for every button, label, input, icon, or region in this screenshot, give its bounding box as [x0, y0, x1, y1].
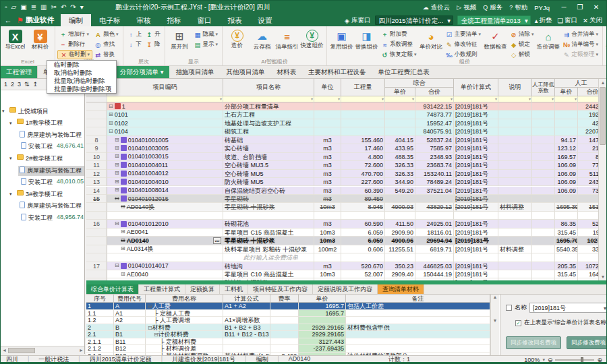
minimize-button[interactable]: ─: [556, 1, 571, 13]
filter-cell[interactable]: ▾: [223, 96, 314, 102]
tree-node[interactable]: ▾2#教学楼工程: [1, 153, 64, 164]
expander-icon[interactable]: ⊞: [115, 144, 119, 152]
tab-措施项目清单[interactable]: 措施项目清单: [169, 66, 220, 78]
table-row[interactable]: ⊞AD0140换零星砌砖 十混砂浆10m38.9454900.9343829.1…: [86, 203, 606, 211]
menu-tab-电子标[interactable]: 电子标: [91, 14, 129, 26]
expander-icon[interactable]: ⊞: [121, 245, 125, 253]
bottom-tab-查询清单材料[interactable]: 查询清单材料: [378, 284, 424, 294]
expander-icon[interactable]: ⊞: [115, 136, 119, 144]
titlebar-help[interactable]: ?帮助: [509, 3, 527, 12]
cut-icon[interactable]: ✂: [51, 1, 57, 13]
ribbon-button-小数规则[interactable]: ‰小数规则: [444, 50, 484, 59]
ribbon-button-颜色[interactable]: A颜色▾: [92, 30, 121, 39]
tree-node[interactable]: 安装工程48,956.74: [1, 212, 85, 223]
filter-cell[interactable]: ▾: [498, 96, 532, 102]
titlebar-video[interactable]: ▷视频: [457, 3, 476, 12]
tree-expander-icon[interactable]: ▾: [9, 191, 14, 197]
scroll-thumb[interactable]: [600, 87, 606, 145]
filter-cell[interactable]: ▾: [385, 96, 415, 102]
table-row[interactable]: ⊞0101土石方工程74873.77[2019]181号19240: [86, 111, 606, 119]
ribbon-button-替换组价[interactable]: ◨替换组价: [354, 28, 379, 50]
ribbon-button-查找[interactable]: ◎查找: [92, 40, 121, 49]
menu-tab-指标[interactable]: 指标: [158, 14, 189, 26]
ribbon-button-材料价[interactable]: ¥材料价: [28, 28, 53, 50]
sync-fee-name-button[interactable]: 同步修改费项名: [567, 336, 606, 349]
ribbon-button-替换[interactable]: ⇄替换: [92, 50, 121, 59]
table-row[interactable]: 13⊞010401004010防火砖墙 MU5m3227.600344.9078…: [86, 178, 606, 186]
scroll-right-icon[interactable]: ►: [79, 348, 84, 353]
menu-tab-窗口[interactable]: 窗口: [189, 14, 219, 26]
ribbon-button-数据整理[interactable]: ▦数据整理: [605, 28, 606, 50]
print-icon[interactable]: ≣: [31, 1, 36, 13]
ribbon-button-解锁[interactable]: ◇解锁: [508, 50, 536, 59]
table-row[interactable]: 16⊟010401012010砖砌花池m360.590411.5024925.0…: [86, 220, 606, 228]
ribbon-button-单价对比[interactable]: ◕单价对比: [419, 28, 444, 50]
ribbon-button-合并清单[interactable]: ⇉合并清单▾: [561, 30, 601, 39]
tree-horizontal-scrollbar[interactable]: ◄►: [1, 346, 85, 354]
tree-node[interactable]: 房屋建筑与装饰工程2,...: [1, 201, 85, 212]
ribbon-button-快速组价[interactable]: ¥快速组价: [299, 28, 324, 49]
table-row[interactable]: 11⊞010401004011空心砖墙 MU3.5m372.600326.332…: [86, 161, 606, 169]
bottom-tab-项目特征及工作内容[interactable]: 项目特征及工作内容: [248, 284, 313, 294]
menu-item-批量取消临时删除[interactable]: 批量取消临时删除: [47, 77, 116, 85]
bottom-tab-工程量计算式[interactable]: 工程量计算式: [139, 284, 185, 294]
tree-expander-icon[interactable]: ▾: [9, 156, 14, 161]
ribbon-button-数据检查[interactable]: ✓数据检查: [483, 28, 508, 50]
menu-tab-设置[interactable]: 设置: [250, 14, 280, 26]
filter-cell[interactable]: ▾: [341, 96, 385, 102]
table-row[interactable]: ⊟0104砌筑工程840575.91[2019]181号220704: [86, 127, 606, 135]
expander-icon[interactable]: ⊞: [115, 170, 119, 178]
expander-icon[interactable]: ⊞: [115, 161, 119, 169]
table-row[interactable]: [86, 212, 606, 220]
sync-same-name-button[interactable]: 同步修改同名费项: [506, 336, 561, 349]
tab-其他项目清单[interactable]: 其他项目清单: [220, 66, 270, 78]
tab-材料表[interactable]: 材料表: [270, 66, 302, 78]
ribbon-button-上[interactable]: ↑上: [125, 30, 144, 39]
menu-tab-编制[interactable]: 编制: [61, 14, 91, 26]
tree-toolbar-button-2[interactable]: 2: [11, 81, 14, 88]
table-row[interactable]: 8⊞010401001005砖基础m3155.460404.1552837.24…: [86, 136, 606, 144]
expander-icon[interactable]: ⊞: [115, 153, 119, 161]
open-file-icon[interactable]: ▱: [11, 1, 17, 13]
titlebar-cost-cloud[interactable]: ☁造价云: [423, 3, 451, 12]
table-row[interactable]: 15⊟010401012015零星砌砖m389.450[2019]181号: [86, 195, 606, 203]
filter-cell[interactable]: ▾: [532, 96, 555, 102]
close-button[interactable]: ✕: [589, 1, 604, 13]
ribbon-button-显示[interactable]: ▤显示▾: [192, 40, 221, 49]
filter-cell[interactable]: ▾: [107, 96, 223, 102]
table-row[interactable]: 10⊞010401003015坡道、台阶挡墙m34.800488.352348.…: [86, 153, 606, 161]
scroll-up-icon[interactable]: ▲: [599, 79, 607, 86]
table-row[interactable]: ⊟1分部分项工程量清单931422.15[2019]181号244253: [86, 102, 606, 111]
table-row[interactable]: 此行输入运杂费清单: [86, 253, 606, 262]
table-row[interactable]: 14⊞010401008014自保温烧结页岩空心砖m360.390549.203…: [86, 187, 606, 195]
ribbon-button-展开到[interactable]: ⊞展开到: [167, 28, 192, 50]
tree-node[interactable]: ▾1#教学楼工程: [1, 118, 64, 129]
scroll-down-icon[interactable]: ▼: [599, 273, 607, 280]
tree-node[interactable]: ▾上悦城项目: [1, 106, 50, 117]
bottom-tab-定额换算[interactable]: 定额换算: [185, 284, 220, 294]
tree-node[interactable]: 房屋建筑与装饰工程2,...: [1, 129, 85, 140]
ribbon-button-复用组价[interactable]: ▣复用组价: [329, 28, 354, 50]
expander-icon[interactable]: ⊞: [109, 119, 113, 127]
ribbon-button-清单指引[interactable]: ≡清单指引: [274, 28, 299, 50]
filter-cell[interactable]: [86, 96, 107, 102]
ribbon-button-附加费[interactable]: +附加费: [379, 30, 419, 39]
ribbon-button-清单编号[interactable]: №清单编号▾: [561, 40, 601, 49]
menu-tab-报表[interactable]: 报表: [219, 14, 250, 26]
ribbon-button-临时删[interactable]: ✕临时删▾: [57, 50, 92, 59]
expander-icon[interactable]: ⊟: [109, 127, 113, 135]
bottom-tab-定额说明及工作内容[interactable]: 定额说明及工作内容: [313, 284, 378, 294]
tab-主要材料和工程设备[interactable]: 主要材料和工程设备: [302, 66, 372, 78]
filter-cell[interactable]: ▾: [415, 96, 454, 102]
filter-cell[interactable]: ▾: [454, 96, 498, 102]
panel-折叠-button[interactable]: ▴折叠: [535, 16, 552, 25]
expander-icon[interactable]: ⊞: [121, 229, 125, 237]
scroll-left-icon[interactable]: ◄: [2, 348, 7, 353]
ribbon-button-隐藏[interactable]: ▦隐藏▾: [192, 30, 221, 39]
save-icon[interactable]: ▣: [20, 1, 26, 13]
tree-node[interactable]: ▾3#教学楼工程: [1, 189, 64, 200]
menu-item-批量删除临时删除项[interactable]: 批量删除临时删除项: [47, 85, 116, 93]
bottom-tab-工料机[interactable]: 工料机: [220, 284, 248, 294]
show-name-checkbox[interactable]: ✓: [515, 320, 521, 326]
bottom-table-scrollbar[interactable]: ▲▼: [490, 295, 499, 355]
